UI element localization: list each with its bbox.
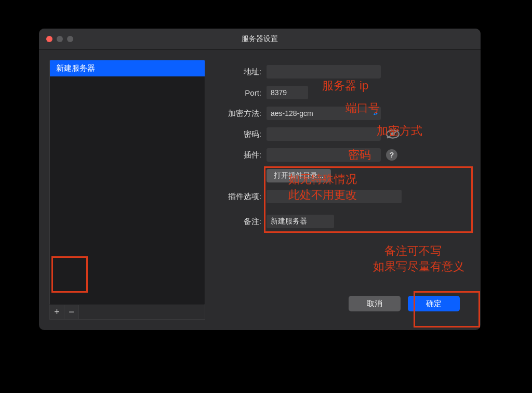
open-plugin-dir-button[interactable]: 打开插件目录...	[267, 169, 331, 182]
cancel-button[interactable]: 取消	[349, 296, 401, 311]
port-label: Port:	[215, 88, 261, 97]
row-plugin-dir: 打开插件目录...	[215, 169, 470, 182]
window-title: 服务器设置	[39, 34, 481, 44]
remark-input[interactable]	[267, 215, 334, 228]
toggle-password-visibility-icon[interactable]	[386, 128, 400, 140]
server-list[interactable]: 新建服务器	[49, 60, 205, 305]
port-input[interactable]	[267, 86, 308, 99]
minimize-window-icon[interactable]	[57, 36, 63, 42]
plugin-options-input[interactable]	[267, 190, 402, 203]
password-input[interactable]	[267, 127, 381, 141]
plugin-options-label: 插件选项:	[215, 192, 261, 202]
encryption-select[interactable]: aes-128-gcm ▴▾	[267, 107, 381, 120]
address-label: 地址:	[215, 67, 261, 77]
zoom-window-icon[interactable]	[67, 36, 73, 42]
plugin-input[interactable]	[267, 148, 381, 162]
chevron-updown-icon: ▴▾	[374, 111, 378, 116]
row-password: 密码:	[215, 127, 470, 141]
row-remark: 备注:	[215, 215, 470, 228]
add-server-button[interactable]: +	[50, 305, 64, 319]
row-plugin: 插件: ?	[215, 148, 470, 162]
row-address: 地址:	[215, 65, 470, 78]
close-window-icon[interactable]	[46, 36, 52, 42]
ok-button[interactable]: 确定	[408, 296, 460, 311]
left-panel: 新建服务器 + −	[49, 60, 205, 320]
titlebar: 服务器设置	[39, 29, 481, 49]
plugin-help-icon[interactable]: ?	[386, 149, 397, 161]
remark-label: 备注:	[215, 217, 261, 227]
form-panel: 地址: Port: 加密方法: aes-128-gcm ▴▾ 密码:	[215, 60, 470, 320]
settings-dialog: 服务器设置 新建服务器 + − 地址: Port:	[39, 29, 481, 330]
row-encryption: 加密方法: aes-128-gcm ▴▾	[215, 107, 470, 120]
row-plugin-options: 插件选项:	[215, 190, 470, 203]
password-label: 密码:	[215, 129, 261, 139]
row-port: Port:	[215, 86, 470, 99]
address-input[interactable]	[267, 65, 381, 78]
encryption-label: 加密方法:	[215, 109, 261, 119]
window-controls	[46, 36, 73, 42]
settings-form: 地址: Port: 加密方法: aes-128-gcm ▴▾ 密码:	[215, 65, 470, 228]
list-controls: + −	[49, 305, 205, 320]
remove-server-button[interactable]: −	[64, 305, 79, 319]
server-list-item[interactable]: 新建服务器	[50, 60, 205, 76]
plugin-label: 插件:	[215, 150, 261, 160]
content-area: 新建服务器 + − 地址: Port: 加密方法:	[39, 49, 481, 330]
footer-buttons: 取消 确定	[215, 287, 470, 320]
encryption-value: aes-128-gcm	[271, 109, 313, 117]
